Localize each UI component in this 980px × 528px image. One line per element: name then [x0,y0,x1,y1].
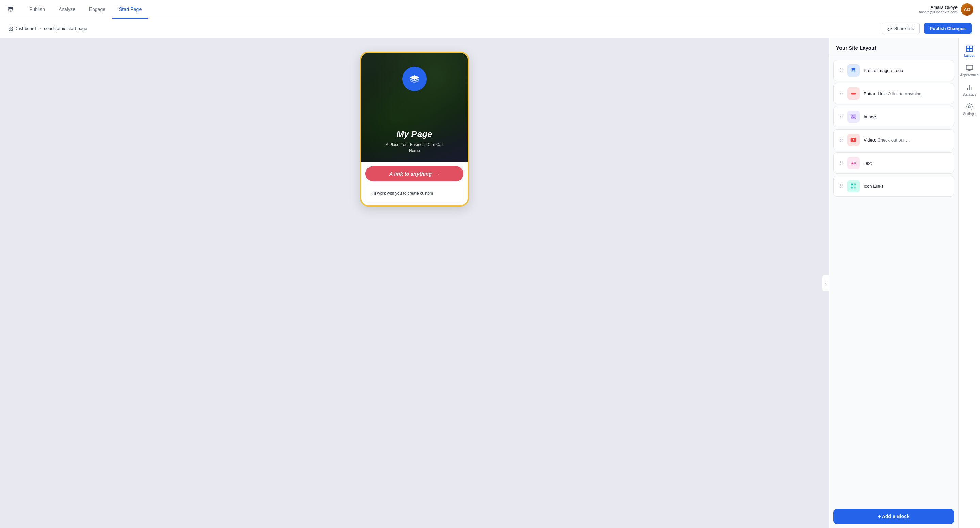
phone-button-label: A link to anything [389,171,432,177]
phone-hero: My Page A Place Your Business Can Call H… [361,53,468,162]
drag-handle-button-link[interactable]: ⠿ [839,91,843,97]
drag-handle-image[interactable]: ⠿ [839,114,843,120]
add-block-button[interactable]: + Add a Block [833,509,954,524]
phone-button-arrow-icon: → [434,171,440,177]
drag-handle-icon-links[interactable]: ⠿ [839,183,843,189]
nav-tabs: Publish Analyze Engage Start Page [22,0,919,19]
svg-rect-16 [966,49,969,51]
sidebar-layout-label: Layout [964,54,974,57]
app-logo [7,6,14,13]
sidebar-statistics-label: Statistics [962,92,976,96]
svg-rect-4 [851,93,856,95]
canvas-collapse-toggle[interactable]: ‹ [822,275,829,291]
user-info: Amara Okoye amara@lunasnkrs.com [919,5,958,14]
drag-handle-profile[interactable]: ⠿ [839,67,843,74]
sidebar-item-statistics[interactable]: Statistics [960,81,979,99]
publish-changes-button[interactable]: Publish Changes [924,23,972,34]
phone-page-title: My Page [396,129,433,140]
breadcrumb-separator: > [39,26,41,31]
sidebar-item-appearance[interactable]: Appearance [960,62,979,80]
svg-text:Aa: Aa [851,161,856,165]
text-item-label: Text [864,161,872,166]
button-link-item-labels: Button Link: A link to anything [864,91,922,96]
svg-rect-15 [969,46,972,48]
sidebar-settings-label: Settings [963,112,975,116]
tab-publish[interactable]: Publish [22,0,52,19]
svg-rect-17 [969,49,972,51]
layout-item-text[interactable]: ⠿ Aa Text [833,153,954,173]
avatar[interactable]: AO [961,3,973,16]
svg-rect-3 [9,29,10,30]
breadcrumb-current-page: coachjamie.start.page [44,26,87,31]
svg-rect-5 [851,114,856,119]
svg-rect-11 [854,184,856,186]
phone-text-block: I'll work with you to create custom [366,185,463,202]
panel-title: Your Site Layout [829,38,958,55]
image-item-label: Image [864,114,876,119]
sidebar-item-settings[interactable]: Settings [960,100,979,118]
breadcrumb-dashboard-label: Dashboard [14,26,36,31]
tab-startpage[interactable]: Start Page [112,0,148,19]
image-icon [847,111,859,123]
layout-item-icon-links[interactable]: ⠿ Icon Links [833,175,954,197]
svg-rect-10 [851,184,853,186]
main-area: My Page A Place Your Business Can Call H… [0,38,980,528]
tab-analyze[interactable]: Analyze [52,0,82,19]
layout-item-image[interactable]: ⠿ Image [833,106,954,127]
svg-rect-2 [11,29,12,30]
tab-engage[interactable]: Engage [82,0,112,19]
user-email: amara@lunasnkrs.com [919,10,958,14]
text-icon: Aa [847,157,859,169]
phone-logo-circle [402,67,427,91]
sub-header: Dashboard > coachjamie.start.page Share … [0,19,980,38]
user-menu[interactable]: Amara Okoye amara@lunasnkrs.com AO [919,3,973,16]
svg-rect-13 [854,187,856,189]
sidebar-icons: Layout Appearance Statistics Settings [958,38,980,528]
video-icon [847,134,859,146]
button-link-icon [847,87,859,100]
share-link-label: Share link [894,26,914,31]
user-name: Amara Okoye [919,5,958,10]
svg-rect-0 [9,27,10,28]
phone-preview: My Page A Place Your Business Can Call H… [360,52,469,207]
sidebar-item-layout[interactable]: Layout [960,42,979,60]
phone-page-subtitle: A Place Your Business Can Call Home [385,142,443,154]
icon-links-item-label: Icon Links [864,184,884,189]
svg-rect-1 [11,27,12,28]
top-navigation: Publish Analyze Engage Start Page Amara … [0,0,980,19]
layout-panel: Your Site Layout ⠿ Profile Image / Logo [829,38,958,528]
sidebar-appearance-label: Appearance [960,73,978,77]
svg-rect-12 [851,187,853,189]
phone-button-preview: A link to anything → [366,166,463,181]
breadcrumb-home[interactable]: Dashboard [8,26,36,31]
profile-icon [847,64,859,76]
layout-item-profile[interactable]: ⠿ Profile Image / Logo [833,60,954,81]
profile-item-label: Profile Image / Logo [864,68,903,73]
canvas-area: My Page A Place Your Business Can Call H… [0,38,829,528]
icon-links-icon [847,180,859,192]
header-actions: Share link Publish Changes [882,23,972,34]
avatar-initials: AO [961,3,973,16]
layout-item-video[interactable]: ⠿ Video: Check out our ... [833,129,954,150]
svg-point-6 [852,115,853,116]
svg-rect-14 [966,46,969,48]
phone-text-content: I'll work with you to create custom [372,191,433,196]
layout-item-button-link[interactable]: ⠿ Button Link: A link to anything [833,83,954,104]
share-link-button[interactable]: Share link [882,23,920,34]
drag-handle-text[interactable]: ⠿ [839,160,843,166]
video-sublabel: Check out our ... [877,137,910,143]
button-link-sublabel: A link to anything [888,91,921,96]
breadcrumb: Dashboard > coachjamie.start.page [8,26,882,31]
video-item-labels: Video: Check out our ... [864,137,910,143]
svg-rect-18 [966,65,972,70]
svg-point-19 [969,106,970,108]
drag-handle-video[interactable]: ⠿ [839,137,843,143]
